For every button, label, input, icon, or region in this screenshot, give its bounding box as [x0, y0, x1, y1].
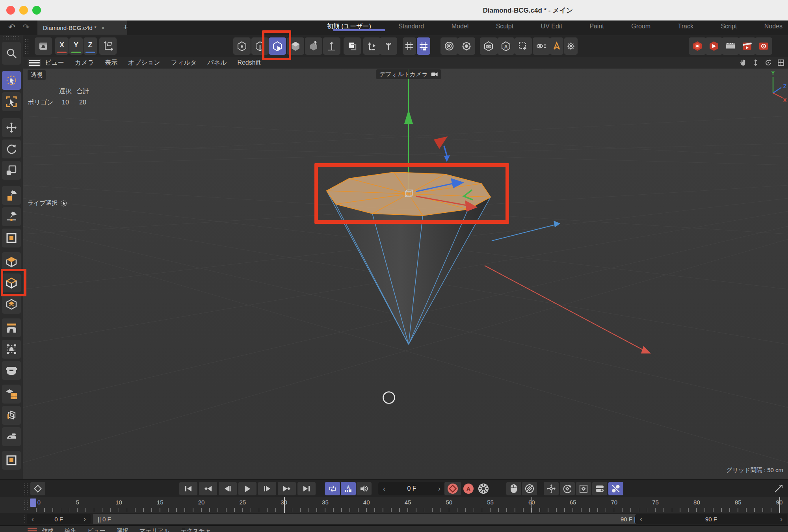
orbit-icon[interactable] [764, 58, 773, 67]
layout-tab-7[interactable]: Track [678, 23, 693, 30]
record-mouse-button[interactable] [506, 482, 521, 495]
sound-toggle-button[interactable] [357, 482, 372, 495]
ruler[interactable]: 051015202530354045505560657075808590 [0, 497, 788, 513]
rotate-tool[interactable] [2, 140, 21, 158]
range-start-decrement-icon[interactable]: ‹ [32, 515, 34, 523]
viewport-solo-icon[interactable] [480, 37, 497, 55]
y-axis-lock-button[interactable]: Y [69, 37, 83, 55]
toolbar-grip[interactable] [24, 38, 29, 54]
playhead[interactable] [30, 499, 36, 507]
bridge-tool[interactable] [2, 318, 21, 337]
viewport-gear-icon[interactable] [564, 37, 578, 55]
add-tab-button[interactable]: + [121, 22, 131, 32]
pla-key-toggle[interactable] [608, 482, 623, 495]
rotation-key-toggle[interactable] [560, 482, 575, 495]
scale-tool[interactable] [2, 161, 21, 180]
viewport-menu-item-1[interactable]: カメラ [75, 59, 94, 67]
workplane-axis-icon[interactable] [323, 37, 340, 55]
next-key-button[interactable] [278, 482, 296, 495]
layout-tab-1[interactable]: Standard [398, 23, 424, 30]
cube-primitive-tool[interactable] [2, 252, 21, 271]
minimize-window-button[interactable] [19, 6, 28, 15]
keyframe-diamond-icon[interactable] [30, 482, 45, 495]
cloner-layers-tool[interactable] [2, 406, 21, 425]
frame-increment-icon[interactable]: › [438, 485, 440, 493]
camera-label-chip[interactable]: デフォルトカメラ [376, 69, 441, 79]
range-end-increment-icon[interactable]: › [780, 515, 782, 523]
redo-icon[interactable]: ↷ [20, 21, 32, 33]
viewport-menu-item-6[interactable]: Redshift [237, 59, 260, 66]
inner-extrude-tool[interactable] [2, 295, 21, 314]
quantize-grid-icon[interactable] [417, 37, 430, 55]
bottom-menu-item-5[interactable]: テクスチャ [180, 527, 211, 532]
iron-tool[interactable] [2, 427, 21, 446]
layout-tab-6[interactable]: Groom [631, 23, 650, 30]
record-keyframe-button[interactable] [444, 482, 461, 495]
frame-decrement-icon[interactable]: ‹ [383, 485, 385, 493]
axis-orientation-gizmo[interactable]: Y Z X [762, 70, 787, 103]
viewport-menu-icon[interactable] [28, 59, 41, 67]
redshift-render-view-icon[interactable] [689, 37, 706, 55]
visibility-list-icon[interactable] [533, 37, 550, 55]
move-tool[interactable] [2, 118, 21, 137]
projection-label[interactable]: 透視 [28, 70, 46, 80]
layout-tab-3[interactable]: Sculpt [496, 23, 513, 30]
range-start-increment-icon[interactable]: › [84, 515, 86, 523]
interactive-render-region-icon[interactable] [440, 37, 458, 55]
y-axis-arrowhead[interactable] [404, 110, 413, 124]
viewport-canvas[interactable]: 透視 選択 合計 ポリゴン 10 20 ライブ選択 デフォルトカメラ Y Z X… [23, 69, 788, 479]
close-tab-icon[interactable]: × [101, 24, 105, 31]
viewport-zoom-tool[interactable] [2, 42, 21, 65]
layout-tab-8[interactable]: Script [721, 23, 737, 30]
sidebar-grip[interactable] [3, 35, 20, 40]
undo-icon[interactable]: ↶ [6, 21, 18, 33]
parameter-key-toggle[interactable] [592, 482, 607, 495]
x-axis-lock-button[interactable]: X [55, 37, 69, 55]
bottom-menu-item-4[interactable]: マテリアル [139, 527, 170, 532]
bottom-menu-item-3[interactable]: 選択 [117, 527, 128, 532]
viewport-layout-icon[interactable] [776, 58, 786, 67]
keying-settings-gear-button[interactable] [475, 482, 492, 495]
frame-region-tool[interactable] [2, 451, 21, 470]
timeline-grip[interactable] [24, 482, 28, 495]
zoom-window-button[interactable] [32, 6, 41, 15]
viewport-filter-a-icon[interactable]: A [497, 37, 515, 55]
bottom-menu-item-2[interactable]: ビュー [87, 527, 106, 532]
weld-mask-tool[interactable] [2, 361, 21, 380]
keyframe-selection-button[interactable] [522, 482, 537, 495]
render-to-picture-viewer-icon[interactable] [738, 37, 756, 55]
rotate-band-blue-arrow[interactable] [444, 146, 450, 162]
axis-snap-icon[interactable] [380, 37, 397, 55]
object-axis-mode-icon[interactable] [305, 37, 322, 55]
next-frame-button[interactable] [258, 482, 276, 495]
hand-icon[interactable] [738, 58, 748, 67]
material-menu-icon[interactable] [28, 528, 37, 532]
tweak-polygon-tool[interactable] [2, 229, 21, 247]
selection-filter-icon[interactable] [515, 37, 532, 55]
range-end-spinner[interactable]: ‹ 90 F › [635, 514, 787, 524]
viewport-menu-item-5[interactable]: パネル [207, 59, 227, 67]
rectangle-selection-tool[interactable] [2, 92, 21, 111]
position-key-toggle[interactable] [544, 482, 559, 495]
team-render-icon[interactable] [722, 37, 739, 55]
goto-end-button[interactable] [297, 482, 316, 495]
ruler-grip[interactable] [24, 499, 28, 512]
render-view-icon[interactable] [705, 37, 723, 55]
layout-tab-4[interactable]: UV Edit [541, 23, 562, 30]
viewport-menu-item-4[interactable]: フィルタ [171, 59, 197, 67]
layout-tab-2[interactable]: Model [452, 23, 469, 30]
previous-key-button[interactable] [199, 482, 217, 495]
viewport-menu-item-3[interactable]: オプション [128, 59, 160, 67]
axis-highlight-icon[interactable] [550, 37, 563, 55]
range-start-spinner[interactable]: ‹ 0 F › [27, 514, 91, 524]
goto-start-button[interactable] [179, 482, 197, 495]
render-settings-gear-icon[interactable] [458, 37, 475, 55]
viewport-menu-item-2[interactable]: 表示 [105, 59, 117, 67]
grid-toggle-icon[interactable] [403, 37, 416, 55]
dolly-icon[interactable] [751, 58, 760, 67]
points-mode-icon[interactable] [233, 37, 251, 55]
close-window-button[interactable] [6, 6, 15, 15]
spline-point-tool[interactable] [2, 207, 21, 226]
current-frame-field[interactable]: ‹ 0 F › [378, 482, 445, 495]
layout-tab-9[interactable]: Nodes [764, 23, 782, 30]
